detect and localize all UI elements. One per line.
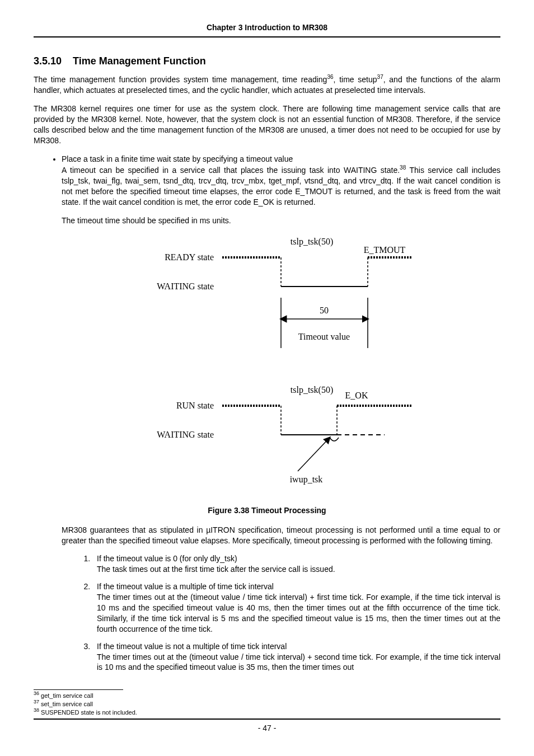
bullet-body-a: A timeout can be specified in a service … [62,165,500,208]
label-waiting-2: WAITING state [157,430,214,439]
label-tslp-bottom: tslp_tsk(50) [291,385,333,395]
footnote-36: 36 get_tim service call [34,692,500,700]
section-number: 3.5.10 [34,55,62,67]
chapter-header: Chapter 3 Introduction to MR308 [34,22,500,37]
label-tslp-top: tslp_tsk(50) [291,237,333,247]
page-bottom-rule [34,719,500,720]
footnotes-separator [34,689,123,690]
label-run: RUN state [176,401,214,410]
svg-line-14 [298,438,330,471]
paragraph-1: The time management function provides sy… [34,74,500,96]
label-eok: E_OK [345,391,368,400]
figure-timeout-processing: tslp_tsk(50) E_TMOUT READY state WAITING… [34,236,500,491]
section-heading: 3.5.10 Time Management Function [34,54,500,68]
list-item-3: If the timeout value is not a multiple o… [92,641,500,673]
footnote-ref-37: 37 [377,74,383,81]
list-item-2: If the timeout value is a multiple of ti… [92,581,500,634]
label-etmout: E_TMOUT [364,245,406,255]
bullet-timeout: Place a task in a finite time wait state… [62,154,500,226]
footnote-38: 38 SUSPENDED state is not included. [34,708,500,717]
label-50: 50 [320,306,329,315]
figure-caption: Figure 3.38 Timeout Processing [34,505,500,516]
label-waiting-1: WAITING state [157,281,214,291]
footnote-37: 37 set_tim service call [34,700,500,708]
paragraph-after-figure: MR308 guarantees that as stipulated in µ… [62,525,500,546]
label-ready: READY state [165,252,214,262]
list-item-1: If the timeout value is 0 (for only dly_… [92,553,500,575]
footnote-ref-36: 36 [327,74,333,81]
label-iwup: iwup_tsk [290,475,323,485]
paragraph-2: The MR308 kernel requires one timer for … [34,104,500,146]
page-number: - 47 - [34,723,500,734]
label-timeout-value: Timeout value [298,332,350,341]
section-title: Time Management Function [73,55,206,67]
footnote-ref-38: 38 [400,165,406,171]
bullet-body-b: The timeout time should be specified in … [62,215,500,226]
